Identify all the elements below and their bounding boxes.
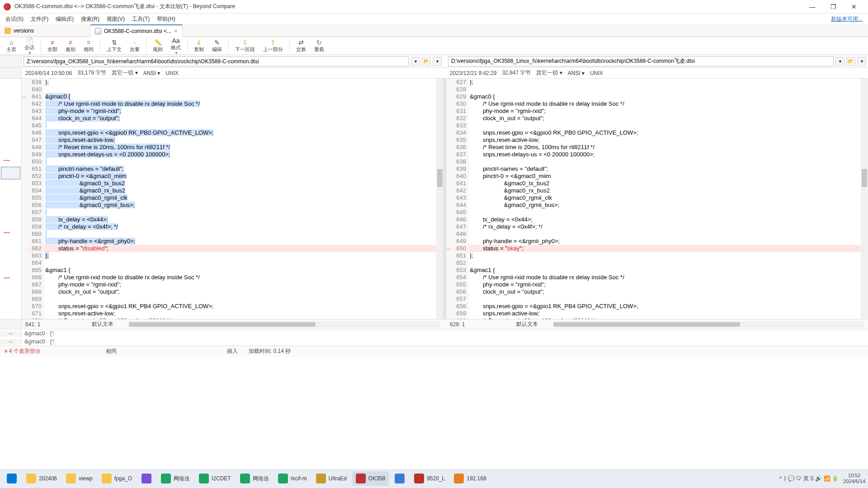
taskbar-app[interactable]: 192.168 [450,471,490,486]
menu-help[interactable]: 帮助(H) [153,14,179,24]
code-line[interactable]: 655 phy-mode = "rgmii-rxid"; [446,281,868,288]
copy-button[interactable]: ⇓复制 [190,38,208,54]
left-open-button[interactable]: 📂 [422,57,431,66]
format-button[interactable]: Aa格式▼ [167,36,184,56]
update-link[interactable]: 新版本可用... [831,15,866,23]
context-button[interactable]: ⇅上下文 [103,38,125,54]
code-line[interactable]: 640 [22,86,443,93]
code-line[interactable]: 646 snps,reset-gpio = <&gpio0 RK_PB0 GPI… [22,129,443,136]
code-line[interactable]: 649 snps,reset-delays-us = <0 20000 1000… [22,151,443,158]
right-encoding[interactable]: ANSI ▾ [568,70,585,76]
taskbar-app[interactable] [137,471,156,486]
taskbar-app[interactable] [3,471,21,486]
prevpart-button[interactable]: ⇧上一部分 [259,38,287,54]
maximize-button[interactable]: ❐ [823,0,844,14]
code-line[interactable]: 642 &gmac0_rx_bus2 [446,187,868,194]
menu-tools[interactable]: 工具(T) [128,14,153,24]
code-line[interactable]: 639}; [22,79,443,86]
code-line[interactable]: 656 clock_in_out = "output"; [446,288,868,296]
taskbar-app[interactable]: 网络连 [157,471,193,486]
code-line[interactable]: 628 [446,86,868,93]
code-line[interactable]: 636 /* Reset time is 20ms, 100ms for rtl… [446,144,868,151]
right-browse-button[interactable]: ▾ [857,57,866,66]
code-line[interactable]: ⇨641&gmac0 { [22,93,443,100]
code-line[interactable]: 641 &gmac0_tx_bus2 [446,180,868,187]
all-button[interactable]: ≠全部 [44,38,61,54]
minimap[interactable] [0,79,22,319]
same-button[interactable]: =相同 [80,38,97,54]
code-line[interactable]: 657 [446,296,868,303]
code-line[interactable]: 640 pinctrl-0 = <&gmac0_miim [446,173,868,180]
left-filter[interactable]: 其它一切 ▾ [112,69,137,77]
tab-versions[interactable]: versions [0,24,90,37]
code-line[interactable]: 661 phy-handle = <&rgmii_phy0>; [22,238,443,245]
code-line[interactable]: 644 &gmac0_rgmii_bus>; [446,202,868,209]
code-line[interactable]: 633 [446,122,868,129]
code-line[interactable]: 631 phy-mode = "rgmii-rxid"; [446,108,868,115]
taskbar-app[interactable]: 202406 [23,471,61,486]
code-line[interactable]: 635 snps,reset-active-low; [446,136,868,144]
code-line[interactable]: 659 /* rx_delay = <0x4f>; */ [22,223,443,230]
menu-edit[interactable]: 编辑(E) [52,14,77,24]
code-line[interactable]: 639 pinctrl-names = "default"; [446,165,868,173]
clock[interactable]: 10:52 2024/6/14 [843,473,865,484]
code-line[interactable]: 671 snps,reset-active-low; [22,310,443,317]
code-line[interactable]: 654 &gmac0_rx_bus2 [22,187,443,194]
code-line[interactable]: 645 [446,209,868,216]
code-line[interactable]: 648 [446,230,868,238]
right-hscrollbar[interactable] [553,321,864,328]
left-path-dropdown[interactable]: ▾ [411,57,420,66]
code-line[interactable]: 632 clock_in_out = "output"; [446,115,868,122]
left-encoding[interactable]: ANSI ▾ [143,70,160,76]
code-line[interactable]: 651}; [446,252,868,259]
reload-button[interactable]: ↻重载 [311,38,328,54]
code-line[interactable]: 627}; [446,79,868,86]
code-line[interactable]: 667 phy-mode = "rgmii-rxid"; [22,281,443,288]
code-line[interactable]: 643 &gmac0_rgmii_clk [446,194,868,202]
diff-button[interactable]: ≠差别 [62,38,79,54]
code-line[interactable]: 656 &gmac0_rgmii_bus>; [22,202,443,209]
close-button[interactable]: ✕ [844,0,864,14]
taskbar-app[interactable] [391,471,409,486]
left-pane[interactable]: 639};640⇨641&gmac0 {642 /* Use rgmii-rxi… [22,79,443,319]
code-line[interactable]: 652 pinctrl-0 = <&gmac0_miim [22,173,443,180]
code-line[interactable]: 658 snps,reset-gpio = <&gpio1 RK_PB4 GPI… [446,303,868,310]
code-line[interactable]: 669 [22,296,443,303]
code-line[interactable]: 659 snps,reset-active-low; [446,310,868,317]
right-path-dropdown[interactable]: ▾ [835,57,844,66]
tab-compare[interactable]: OK3588-C-common.dtsi <... × [90,24,183,37]
right-pane[interactable]: 627};628629&gmac0 {630 /* Use rgmii-rxid… [446,79,868,319]
code-line[interactable]: 652 [446,259,868,267]
code-line[interactable]: 647 /* rx_delay = <0x4f>; */ [446,223,868,230]
minimize-button[interactable]: — [802,0,823,14]
rules-button[interactable]: 📏规则 [149,38,166,54]
code-line[interactable]: 638 [446,158,868,165]
code-line[interactable]: 658 tx_delay = <0x44>; [22,216,443,223]
code-line[interactable]: 665&gmac1 { [22,267,443,274]
left-path-input[interactable] [24,56,409,66]
swap-button[interactable]: ⇄交换 [292,38,310,54]
code-line[interactable]: 649 phy-handle = <&rgmii_phy0>; [446,238,868,245]
session-button[interactable]: 📄会话▼ [21,36,38,56]
code-line[interactable]: 634 snps,reset-gpio = <&gpio0 RK_PB0 GPI… [446,129,868,136]
code-line[interactable]: 650 [22,158,443,165]
menu-search[interactable]: 搜索(R) [77,14,103,24]
minor-button[interactable]: ·次要 [126,38,143,54]
left-scrollbar[interactable] [436,79,443,319]
taskbar-app[interactable]: UltraEd [312,471,350,486]
left-browse-button[interactable]: ▾ [433,57,442,66]
code-line[interactable]: 660 [22,230,443,238]
system-tray[interactable]: ^ ᛒ 💬 🗨 英 S 🔊 📶 🔋 10:52 2024/6/14 [779,473,865,484]
nextsection-button[interactable]: ⇩下一区段 [231,38,259,54]
code-line[interactable]: 666 /* Use rgmii-rxid mode to disable rx… [22,274,443,281]
left-hscrollbar[interactable] [129,321,440,328]
right-open-button[interactable]: 📂 [846,57,855,66]
right-path-input[interactable] [448,56,834,66]
code-line[interactable]: 668 clock_in_out = "output"; [22,288,443,296]
code-line[interactable]: 672 /* Reset time is 20ms 100ms for rtl8… [22,317,443,319]
code-line[interactable]: 645 [22,122,443,129]
taskbar-app[interactable]: I2CDET [195,471,235,486]
code-line[interactable]: 646 tx_delay = <0x44>; [446,216,868,223]
code-line[interactable]: 657 [22,209,443,216]
code-line[interactable]: 653 &gmac0_tx_bus2 [22,180,443,187]
